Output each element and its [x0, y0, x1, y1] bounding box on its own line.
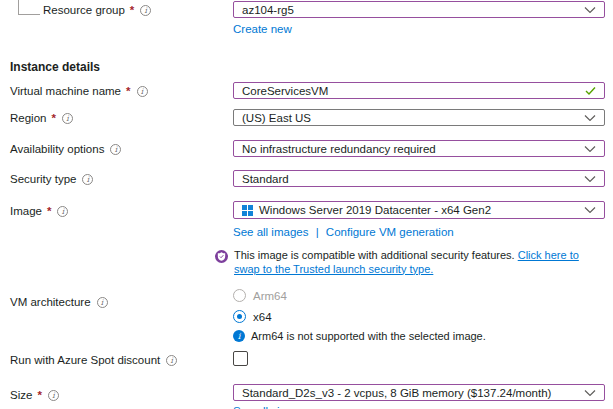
required-asterisk: * — [47, 205, 51, 217]
info-filled-icon: i — [233, 330, 245, 342]
required-asterisk: * — [51, 112, 55, 124]
spot-discount-label: Run with Azure Spot discount i — [10, 354, 177, 366]
info-icon[interactable]: i — [110, 144, 121, 155]
info-icon[interactable]: i — [137, 86, 148, 97]
required-asterisk: * — [37, 389, 41, 401]
radio-x64[interactable] — [233, 310, 246, 323]
chevron-down-icon — [584, 114, 596, 121]
info-icon[interactable]: i — [140, 5, 151, 16]
region-dropdown[interactable]: (US) East US — [233, 109, 605, 126]
info-icon[interactable]: i — [57, 206, 68, 217]
section-title: Instance details — [10, 60, 100, 74]
tree-connector-horizontal — [18, 14, 40, 15]
create-vm-form: Resource group* i az104-rg5 Create new I… — [0, 0, 613, 409]
chevron-down-icon — [584, 207, 596, 214]
image-links: See all images | Configure VM generation — [233, 226, 454, 238]
valid-check-icon — [585, 86, 596, 95]
vm-name-input[interactable]: CoreServicesVM — [233, 82, 605, 99]
info-icon[interactable]: i — [82, 174, 93, 185]
radio-x64-label: x64 — [253, 311, 272, 323]
see-all-images-link[interactable]: See all images — [233, 226, 308, 238]
required-asterisk: * — [126, 85, 130, 97]
chevron-down-icon — [584, 145, 596, 152]
radio-arm64-label: Arm64 — [253, 290, 287, 302]
security-type-label: Security type i — [10, 173, 93, 185]
see-all-sizes-link[interactable]: See all sizes — [233, 405, 298, 409]
availability-options-dropdown[interactable]: No infrastructure redundancy required — [233, 140, 605, 157]
security-type-dropdown[interactable]: Standard — [233, 170, 605, 187]
vm-name-label: Virtual machine name* i — [10, 85, 148, 97]
info-icon[interactable]: i — [166, 355, 177, 366]
info-icon[interactable]: i — [62, 113, 73, 124]
arm64-note: Arm64 is not supported with the selected… — [251, 330, 486, 342]
tree-connector-vertical — [18, 0, 19, 14]
chevron-down-icon — [584, 389, 596, 396]
chevron-down-icon — [584, 175, 596, 182]
info-icon[interactable]: i — [97, 297, 108, 308]
vm-architecture-label: VM architecture i — [10, 296, 108, 308]
image-dropdown[interactable]: Windows Server 2019 Datacenter - x64 Gen… — [233, 201, 605, 219]
required-asterisk: * — [130, 4, 134, 16]
size-dropdown[interactable]: Standard_D2s_v3 - 2 vcpus, 8 GiB memory … — [233, 384, 605, 401]
resource-group-dropdown[interactable]: az104-rg5 — [233, 1, 605, 18]
windows-logo-icon — [242, 205, 253, 216]
size-label: Size* i — [10, 389, 59, 401]
spot-discount-checkbox[interactable] — [233, 351, 248, 366]
security-banner: This image is compatible with additional… — [234, 249, 606, 276]
link-separator: | — [316, 226, 319, 238]
resource-group-label: Resource group* i — [43, 4, 151, 16]
region-label: Region* i — [10, 112, 73, 124]
radio-arm64[interactable] — [233, 289, 246, 302]
info-icon[interactable]: i — [48, 390, 59, 401]
configure-vm-generation-link[interactable]: Configure VM generation — [326, 226, 454, 238]
create-new-link[interactable]: Create new — [233, 23, 292, 35]
availability-options-label: Availability options i — [10, 143, 121, 155]
image-label: Image* i — [10, 205, 68, 217]
security-banner-text: This image is compatible with additional… — [234, 249, 515, 261]
trusted-launch-shield-icon — [215, 250, 228, 263]
chevron-down-icon — [584, 6, 596, 13]
